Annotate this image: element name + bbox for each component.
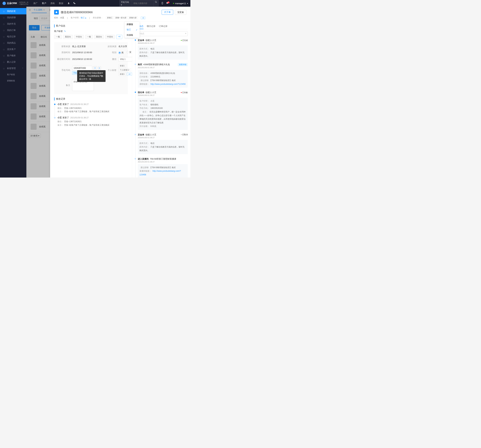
- dropdown-item[interactable]: 师馨薇: [125, 22, 140, 27]
- customer-avatar-icon: [54, 10, 59, 15]
- topbar: 云朵CRM 教育机构一站式服务云平台 推广客户质检数据 手机号码 ▾ 5 man…: [0, 0, 190, 7]
- logo: 云朵CRM 教育机构一站式服务云平台: [2, 1, 28, 5]
- sidebar-item[interactable]: ◇标签管理⌃: [0, 65, 26, 71]
- group-chip: 群聊六群: [128, 16, 138, 19]
- personal-tag: 个人标签12: [118, 68, 131, 72]
- search-button[interactable]: [153, 0, 159, 7]
- more-groups-chip[interactable]: +4: [141, 16, 145, 19]
- search-type-select[interactable]: 手机号码 ▾: [120, 0, 132, 7]
- customer-tag: 高意向: [63, 35, 73, 39]
- sidebar-subitem[interactable]: 群聊标签: [0, 78, 26, 84]
- search-input[interactable]: [132, 0, 153, 7]
- customer-tag: 高意向: [94, 35, 104, 39]
- activity-item: 报名单 创建人小王已失败2020/01/30 01:38:27客户经理：小王客户…: [135, 91, 188, 130]
- section-customer-info: 客户信息: [54, 24, 128, 27]
- sidebar-item[interactable]: ◇客户继承: [0, 53, 26, 59]
- bell-icon[interactable]: 5: [166, 2, 171, 5]
- svg-rect-2: [162, 2, 163, 4]
- more-tags[interactable]: +4: [116, 35, 122, 39]
- dropdown-item[interactable]: 佴保咏: [125, 32, 140, 38]
- manager-dropdown: 师馨薇张三✓佴保咏: [125, 22, 140, 38]
- customer-tag: 一般: [54, 35, 62, 39]
- top-nav: 推广客户质检数据: [33, 2, 63, 5]
- sidebar-item[interactable]: ◇我的商品: [0, 40, 26, 46]
- phone-input[interactable]: [72, 66, 92, 70]
- group-chip: 群聊一群大群: [114, 16, 128, 19]
- activity-filter-select[interactable]: 全部动态▾: [135, 31, 188, 36]
- customer-tag: 一般: [85, 35, 93, 39]
- more-personal-tags[interactable]: +4: [127, 73, 132, 76]
- activity-item: 定金单 创建人小王已取消2020/01/30 01:38:27跟单方式：电话跟单…: [135, 133, 188, 154]
- logo-icon: [2, 2, 6, 5]
- gender-female-radio[interactable]: 女: [126, 51, 131, 54]
- status-dot: [173, 3, 174, 4]
- log-item: 小王 更新了2021/01/30 01:38:27微信：空值~136721828…: [54, 103, 128, 113]
- logo-subtitle: 教育机构一站式服务云平台: [18, 1, 28, 5]
- wechat-input[interactable]: [118, 57, 132, 61]
- activity-item: 购买 4399理财课进阶课程大礼包查看详情2021/01/30 01:38:27…: [135, 63, 188, 88]
- sidebar-item[interactable]: ◇我的订单: [0, 27, 26, 33]
- sidebar-item[interactable]: ◇流失客户: [0, 46, 26, 53]
- sidebar-subitem[interactable]: 客户标签: [0, 71, 26, 78]
- phone-conflict-tooltip: 查询到此手机号码在系统中已存在，可以将两条客户数据合并为一条: [77, 70, 105, 82]
- activity-item: 定金单 创建人小王已完成2020/01/30 01:38:27跟单方式：电话跟单…: [135, 39, 188, 60]
- gender-male-radio[interactable]: 男: [118, 51, 124, 54]
- personal-tag: 标签1: [118, 72, 126, 76]
- deposit-button[interactable]: 交定金: [175, 10, 186, 15]
- sidebar-item[interactable]: ◇删人记录: [0, 59, 26, 65]
- manager-dropdown-trigger[interactable]: 张三 ▴: [81, 16, 86, 19]
- personal-tag: 标签1: [118, 64, 126, 68]
- sidebar: ◇我的好友◇我的群聊◇我的学员◇我的订单◇电话记录◇我的商品◇流失客户◇客户继承…: [0, 7, 26, 178]
- nav-质检[interactable]: 质检: [50, 2, 55, 5]
- activity-item: 进入直播间 759-59班第三期理财直播课2021/01/30 01:38:27…: [135, 157, 188, 178]
- svg-point-1: [155, 1, 156, 2]
- sidebar-item[interactable]: ◇我的学员: [0, 21, 26, 27]
- phone-contact-icon[interactable]: ☷: [93, 66, 97, 70]
- customer-tag: 中意向: [74, 35, 84, 39]
- logo-text: 云朵CRM: [7, 2, 17, 5]
- customer-tag: 中意向: [105, 35, 115, 39]
- dropdown-item[interactable]: 张三✓: [125, 27, 140, 32]
- phone-copy-icon[interactable]: ⎘: [98, 66, 101, 70]
- drawer-title: 微信名称6789990000966: [61, 10, 93, 14]
- phone-icon[interactable]: [73, 2, 75, 5]
- edit-tags-icon[interactable]: ✎: [64, 30, 66, 32]
- nav-数据[interactable]: 数据: [59, 2, 63, 5]
- nav-推广[interactable]: 推广: [33, 2, 38, 5]
- section-modify-log: 修改记录: [54, 97, 128, 100]
- sidebar-item[interactable]: ◇我的好友: [0, 8, 26, 14]
- svg-rect-3: [56, 12, 57, 13]
- customer-drawer: 微信名称6789990000966 代下单 交定金 昵称：小王 | 客户经理：张…: [50, 7, 190, 178]
- device-icon[interactable]: [161, 2, 164, 5]
- place-order-button[interactable]: 代下单: [162, 10, 173, 15]
- sidebar-item[interactable]: ◇电话记录: [0, 33, 26, 40]
- activity-tab[interactable]: 聊天记录: [147, 24, 156, 29]
- log-item: 小王 更新了2021/01/30 01:38:27微信：空值~136721828…: [54, 116, 128, 127]
- svg-point-0: [68, 2, 69, 3]
- sidebar-item[interactable]: ◇我的群聊: [0, 14, 26, 21]
- view-detail-button[interactable]: 查看详情: [178, 63, 188, 66]
- user-icon[interactable]: [68, 2, 70, 5]
- nav-客户[interactable]: 客户: [42, 2, 46, 5]
- group-chip: 群聊三: [106, 16, 114, 19]
- activity-tab[interactable]: 订单记录: [159, 24, 167, 29]
- user-menu[interactable]: manager11 ▾: [173, 2, 188, 5]
